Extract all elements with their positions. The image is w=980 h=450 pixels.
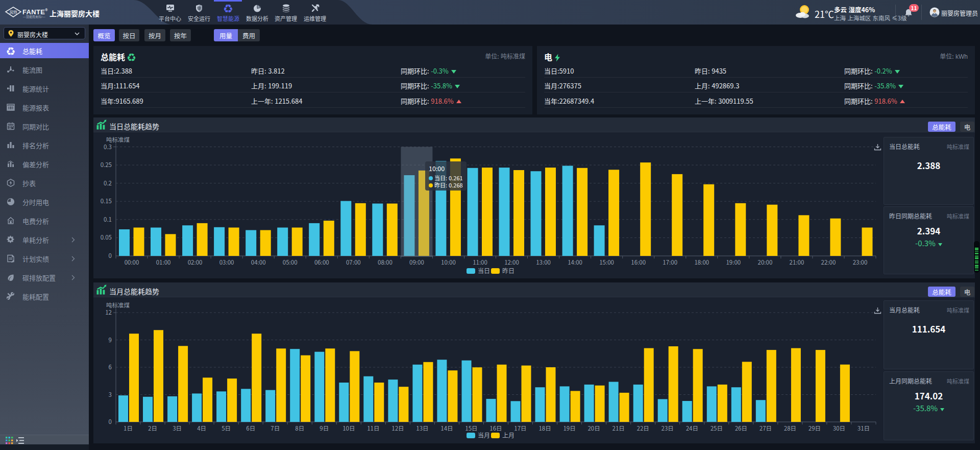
svg-text:17日: 17日 — [514, 424, 526, 432]
svg-text:0: 0 — [109, 251, 112, 259]
svg-text:20日: 20日 — [587, 424, 600, 432]
svg-text:23:00: 23:00 — [853, 258, 868, 266]
svg-text:当日: 当日 — [478, 266, 490, 275]
svg-text:15日: 15日 — [465, 424, 477, 432]
svg-text:06:00: 06:00 — [314, 258, 329, 266]
svg-text:8日: 8日 — [295, 424, 304, 432]
svg-text:01:00: 01:00 — [156, 258, 171, 266]
svg-text:21日: 21日 — [612, 424, 625, 432]
svg-text:23日: 23日 — [662, 424, 674, 432]
svg-text:14日: 14日 — [440, 424, 453, 432]
svg-text:当月: 当月 — [478, 431, 490, 439]
svg-text:16:00: 16:00 — [631, 258, 646, 266]
svg-text:14:00: 14:00 — [568, 258, 582, 266]
svg-text:16日: 16日 — [489, 424, 502, 432]
svg-text:0.05: 0.05 — [101, 233, 112, 241]
svg-text:17:00: 17:00 — [663, 258, 677, 266]
svg-text:9: 9 — [109, 336, 112, 344]
svg-text:18:00: 18:00 — [694, 258, 709, 266]
svg-text:11:00: 11:00 — [473, 258, 487, 266]
svg-text:21:00: 21:00 — [790, 258, 804, 266]
svg-text:02:00: 02:00 — [188, 258, 203, 266]
svg-text:2日: 2日 — [148, 424, 157, 432]
svg-text:15:00: 15:00 — [599, 258, 614, 266]
svg-text:05:00: 05:00 — [283, 258, 298, 266]
svg-text:3日: 3日 — [173, 424, 182, 432]
svg-text:0.15: 0.15 — [101, 197, 112, 205]
svg-text:0.1: 0.1 — [104, 215, 112, 223]
svg-text:13日: 13日 — [416, 424, 428, 432]
svg-text:0.25: 0.25 — [101, 160, 112, 169]
svg-text:3: 3 — [109, 390, 112, 398]
svg-text:27日: 27日 — [760, 424, 772, 432]
svg-text:30日: 30日 — [833, 424, 845, 432]
svg-text:08:00: 08:00 — [378, 258, 393, 266]
svg-text:22日: 22日 — [637, 424, 649, 432]
svg-text:12:00: 12:00 — [504, 258, 519, 266]
svg-text:4日: 4日 — [197, 424, 206, 432]
svg-text:00:00: 00:00 — [125, 258, 139, 266]
svg-text:28日: 28日 — [784, 424, 796, 432]
svg-text:31日: 31日 — [857, 424, 870, 432]
svg-text:19:00: 19:00 — [726, 258, 741, 266]
svg-text:吨标准煤: 吨标准煤 — [106, 301, 130, 309]
svg-text:13:00: 13:00 — [536, 258, 551, 266]
svg-text:7日: 7日 — [271, 424, 280, 432]
svg-text:风特: 风特 — [10, 9, 17, 15]
svg-text:19日: 19日 — [563, 424, 575, 432]
svg-text:昨日: 昨日 — [502, 266, 514, 275]
svg-text:25日: 25日 — [710, 424, 723, 432]
svg-text:07:00: 07:00 — [346, 258, 361, 266]
svg-text:5日: 5日 — [222, 424, 231, 432]
svg-text:26日: 26日 — [735, 424, 747, 432]
svg-text:0.2: 0.2 — [104, 179, 112, 187]
svg-text:6: 6 — [109, 363, 112, 371]
svg-text:09:00: 09:00 — [409, 258, 424, 266]
svg-text:24日: 24日 — [686, 424, 698, 432]
svg-text:9日: 9日 — [320, 424, 329, 432]
svg-text:10日: 10日 — [342, 424, 355, 432]
svg-text:29日: 29日 — [808, 424, 821, 432]
svg-text:6日: 6日 — [246, 424, 255, 432]
svg-text:0: 0 — [109, 417, 112, 425]
svg-text:11日: 11日 — [367, 424, 379, 432]
svg-text:04:00: 04:00 — [251, 258, 266, 266]
svg-text:12日: 12日 — [391, 424, 404, 432]
svg-text:1日: 1日 — [124, 424, 133, 432]
svg-text:10:00: 10:00 — [441, 258, 456, 266]
svg-text:12: 12 — [105, 308, 112, 316]
svg-text:18日: 18日 — [538, 424, 551, 432]
svg-text:吨标准煤: 吨标准煤 — [106, 135, 130, 144]
svg-text:20:00: 20:00 — [758, 258, 773, 266]
svg-text:22:00: 22:00 — [821, 258, 836, 266]
svg-text:03:00: 03:00 — [219, 258, 234, 266]
svg-text:上月: 上月 — [502, 431, 514, 439]
